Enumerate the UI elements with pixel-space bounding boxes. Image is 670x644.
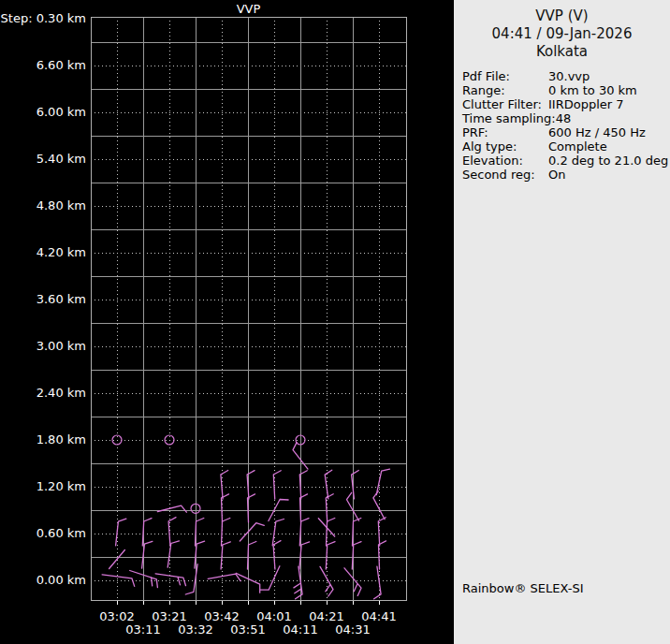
info-row: Clutter Filter:IIRDoppler 7 bbox=[462, 97, 670, 111]
chart-background bbox=[0, 0, 454, 644]
x-axis-label: 03:32 bbox=[178, 622, 212, 637]
info-row: Range:0 km to 30 km bbox=[462, 83, 670, 97]
info-label: Alg type: bbox=[462, 139, 548, 154]
y-axis-label: 4.20 km bbox=[36, 245, 86, 259]
info-row: Second reg:On bbox=[462, 168, 670, 182]
x-axis-label: 04:21 bbox=[309, 609, 343, 623]
vvp-application-window: 03:0203:1103:2103:3203:4203:5104:0104:11… bbox=[0, 0, 670, 644]
info-panel: VVP (V) 04:41 / 09-Jan-2026 Kolkata Pdf … bbox=[454, 0, 670, 644]
info-label: Range: bbox=[462, 83, 548, 97]
y-axis-label: 3.00 km bbox=[36, 339, 86, 353]
y-axis-label: 0.00 km bbox=[36, 573, 86, 587]
panel-datetime: 04:41 / 09-Jan-2026 bbox=[454, 25, 670, 43]
y-axis-label: 2.40 km bbox=[36, 386, 86, 400]
x-axis-label: 04:31 bbox=[335, 622, 370, 637]
info-value: 600 Hz / 450 Hz bbox=[548, 125, 646, 139]
info-rows: Pdf File:30.vvpRange:0 km to 30 kmClutte… bbox=[454, 69, 670, 182]
info-label: Elevation: bbox=[462, 154, 548, 168]
info-value: 0 km to 30 km bbox=[548, 83, 637, 97]
y-axis-label: 4.80 km bbox=[36, 198, 86, 212]
y-axis-label: 1.20 km bbox=[36, 479, 86, 493]
info-row: Elevation:0.2 deg to 21.0 deg bbox=[462, 154, 670, 168]
info-value: 30.vvp bbox=[548, 69, 590, 83]
y-axis-label: 3.60 km bbox=[36, 292, 86, 306]
x-axis-label: 03:42 bbox=[204, 609, 239, 623]
info-label: Time sampling: bbox=[462, 111, 556, 125]
info-value: 48 bbox=[556, 111, 572, 125]
wind-profile-chart: 03:0203:1103:2103:3203:4203:5104:0104:11… bbox=[0, 0, 454, 644]
info-label: Clutter Filter: bbox=[462, 97, 548, 111]
info-label: Pdf File: bbox=[462, 69, 548, 83]
info-label: PRF: bbox=[462, 125, 548, 139]
x-axis-label: 04:41 bbox=[361, 609, 396, 623]
info-row: PRF:600 Hz / 450 Hz bbox=[462, 125, 670, 139]
x-axis-label: 03:02 bbox=[99, 609, 134, 623]
x-axis-label: 03:11 bbox=[125, 622, 160, 637]
y-axis-label: 5.40 km bbox=[36, 152, 86, 166]
y-axis-label: 6.00 km bbox=[36, 105, 86, 119]
x-axis-label: 04:11 bbox=[283, 622, 317, 637]
y-axis-label: 1.80 km bbox=[36, 432, 86, 446]
brand-footer: Rainbow® SELEX-SI bbox=[462, 581, 584, 595]
info-label: Second reg: bbox=[462, 168, 548, 182]
x-axis-label: 03:21 bbox=[152, 609, 186, 623]
info-row: Alg type:Complete bbox=[462, 139, 670, 154]
y-axis-label: 6.60 km bbox=[36, 58, 86, 72]
x-axis-label: 03:51 bbox=[230, 622, 265, 637]
info-value: 0.2 deg to 21.0 deg bbox=[548, 154, 668, 168]
info-value: IIRDoppler 7 bbox=[548, 97, 624, 111]
step-label: Step: 0.30 km bbox=[1, 11, 86, 25]
panel-site: Kolkata bbox=[454, 43, 670, 61]
info-row: Pdf File:30.vvp bbox=[462, 69, 670, 83]
panel-title: VVP (V) bbox=[454, 7, 670, 25]
info-value: Complete bbox=[548, 139, 607, 154]
y-axis-label: 0.60 km bbox=[36, 526, 86, 540]
info-value: On bbox=[548, 168, 565, 182]
chart-title: VVP bbox=[237, 2, 261, 16]
info-row: Time sampling:48 bbox=[462, 111, 670, 125]
x-axis-label: 04:01 bbox=[256, 609, 291, 623]
